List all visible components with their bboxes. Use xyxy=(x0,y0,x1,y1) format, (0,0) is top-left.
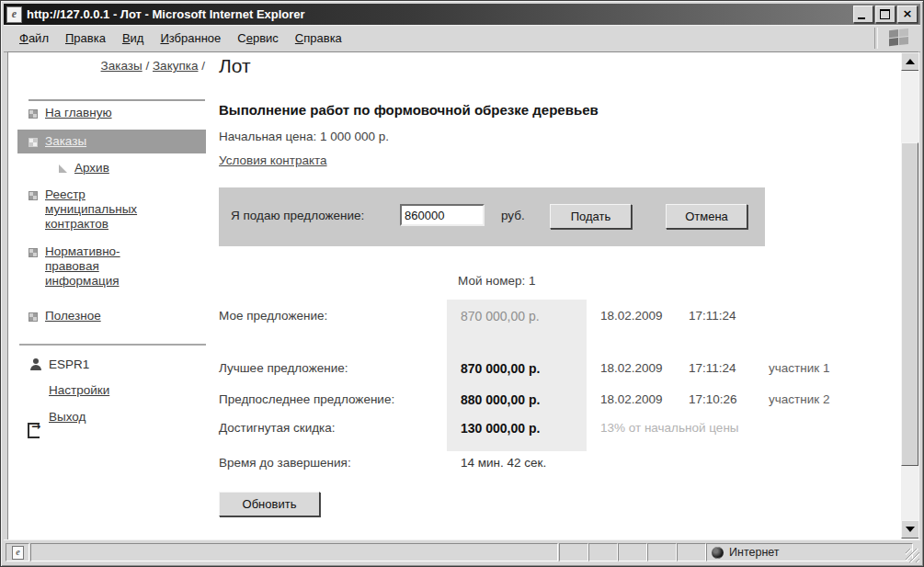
row-label: Предпоследнее предложение: xyxy=(219,392,394,406)
row-time: 17:11:24 xyxy=(689,361,736,375)
breadcrumb-link-orders[interactable]: Заказы xyxy=(101,59,143,73)
zone-label: Интернет xyxy=(729,546,780,559)
bullet-icon xyxy=(29,138,38,147)
menu-tools[interactable]: Сервис xyxy=(229,28,287,48)
status-panel xyxy=(588,543,618,561)
sidebar-divider-top xyxy=(29,99,205,101)
status-panel xyxy=(618,543,647,561)
close-icon: × xyxy=(898,6,917,22)
submit-bid-button[interactable]: Подать xyxy=(550,204,632,229)
browser-window: e http://127.0.0.1 - Лот - Microsoft Int… xyxy=(0,0,924,567)
row-value: 130 000,00 р. xyxy=(461,421,540,436)
sidebar-item-archive[interactable]: Архив xyxy=(74,161,109,176)
table-row-second-bid: Предпоследнее предложение: 880 000,00 р.… xyxy=(8,392,918,409)
menu-bar: Файл Правка Вид Избранное Сервис Справка xyxy=(4,25,920,52)
bullet-icon xyxy=(29,191,38,200)
status-panel xyxy=(677,543,706,561)
arrow-down-icon xyxy=(906,527,915,532)
sidebar-item-legal-info[interactable]: Нормативно-правовая информация xyxy=(45,244,148,289)
ie-document-icon: e xyxy=(12,546,24,560)
status-panel xyxy=(559,543,588,561)
menu-favorites[interactable]: Избранное xyxy=(152,28,229,48)
row-time: 17:10:26 xyxy=(689,392,737,406)
row-label: Время до завершения: xyxy=(219,456,351,470)
table-row-discount: Достигнутая скидка: 130 000,00 р. 13% от… xyxy=(8,421,918,437)
bid-input-label: Я подаю предложение: xyxy=(231,209,364,222)
page-viewport: Заказы / Закупка / Лот На главную Заказы… xyxy=(7,51,919,541)
my-number-label: Мой номер: 1 xyxy=(458,274,535,288)
maximize-button[interactable] xyxy=(875,6,895,23)
window-title: http://127.0.0.1 - Лот - Microsoft Inter… xyxy=(27,7,853,21)
window-controls: × xyxy=(853,6,918,23)
row-value: 880 000,00 р. xyxy=(461,392,540,407)
row-value: 870 000,00 р. xyxy=(461,361,540,376)
sidebar-divider-bottom xyxy=(19,344,206,346)
security-zone-panel: Интернет xyxy=(706,543,913,561)
table-row-my-bid: Мое предложение: 870 000,00 р. 18.02.200… xyxy=(8,309,918,325)
row-note: 13% от начальной цены xyxy=(600,421,739,435)
minimize-icon xyxy=(858,17,865,19)
breadcrumb-separator: / xyxy=(145,59,149,73)
resize-grip[interactable] xyxy=(906,549,919,562)
status-bar: e Интернет xyxy=(4,539,920,563)
status-panel xyxy=(647,543,677,561)
sidebar-item-orders-selected[interactable]: Заказы xyxy=(17,130,206,153)
row-time: 17:11:24 xyxy=(689,309,736,323)
breadcrumb: Заказы / Закупка / xyxy=(8,59,205,73)
row-date: 18.02.2009 xyxy=(600,392,663,406)
bid-amount-input[interactable] xyxy=(400,204,485,226)
menu-help[interactable]: Справка xyxy=(287,28,350,48)
title-bar: e http://127.0.0.1 - Лот - Microsoft Int… xyxy=(4,4,920,25)
status-message-panel xyxy=(30,543,558,561)
table-row-time-left: Время до завершения: 14 мин. 42 сек. xyxy=(8,456,918,472)
row-label: Лучшее предложение: xyxy=(219,361,348,375)
cancel-button[interactable]: Отмена xyxy=(666,204,747,229)
ie-page-icon: e xyxy=(6,6,22,23)
vertical-scrollbar[interactable] xyxy=(901,52,918,539)
menu-divider xyxy=(874,28,878,49)
archive-triangle-icon xyxy=(59,164,67,173)
sidebar-item-home[interactable]: На главную xyxy=(45,106,112,120)
bid-form: Я подаю предложение: руб. Подать Отмена xyxy=(219,187,765,246)
bullet-icon xyxy=(29,109,38,119)
breadcrumb-link-purchase[interactable]: Закупка xyxy=(153,59,199,73)
row-date: 18.02.2009 xyxy=(600,361,663,375)
bullet-icon xyxy=(29,248,38,257)
globe-icon xyxy=(712,547,724,559)
row-label: Мое предложение: xyxy=(219,309,327,323)
table-row-best-bid: Лучшее предложение: 870 000,00 р. 18.02.… xyxy=(8,361,918,378)
arrow-up-icon xyxy=(906,59,915,64)
row-label: Достигнутая скидка: xyxy=(219,421,336,435)
status-icon-panel: e xyxy=(6,543,29,561)
row-participant: участник 1 xyxy=(769,361,829,375)
menu-file[interactable]: Файл xyxy=(11,28,57,48)
row-participant: участник 2 xyxy=(769,392,829,406)
menu-view[interactable]: Вид xyxy=(114,28,153,48)
start-price: Начальная цена: 1 000 000 р. xyxy=(219,130,389,143)
breadcrumb-separator: / xyxy=(201,59,205,73)
minimize-button[interactable] xyxy=(853,6,873,23)
page-title: Лот xyxy=(219,55,251,77)
row-value: 870 000,00 р. xyxy=(461,309,540,323)
sidebar-item-registry[interactable]: Реестр муниципальных контрактов xyxy=(45,187,154,232)
scroll-up-button[interactable] xyxy=(901,52,919,71)
contract-terms-link[interactable]: Условия контракта xyxy=(219,153,327,167)
menu-edit[interactable]: Правка xyxy=(57,28,114,48)
maximize-icon xyxy=(880,9,890,19)
windows-logo-icon xyxy=(889,28,909,48)
scrollbar-thumb[interactable] xyxy=(901,142,918,466)
row-date: 18.02.2009 xyxy=(600,309,663,323)
row-value: 14 мин. 42 сек. xyxy=(461,456,546,470)
close-button[interactable]: × xyxy=(897,6,918,23)
sidebar-item-orders[interactable]: Заказы xyxy=(45,134,86,149)
currency-label: руб. xyxy=(501,209,525,222)
refresh-button[interactable]: Обновить xyxy=(219,492,320,516)
lot-title: Выполнение работ по формовочной обрезке … xyxy=(219,102,599,118)
scroll-down-button[interactable] xyxy=(901,520,919,539)
